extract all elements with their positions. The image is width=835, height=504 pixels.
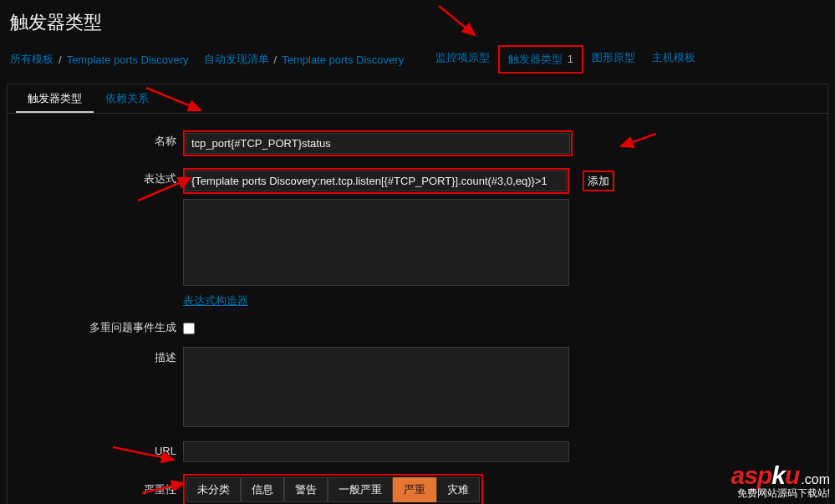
subtab-dependency[interactable]: 依赖关系 <box>94 84 160 113</box>
name-label: 名称 <box>8 130 183 149</box>
breadcrumb-template-2[interactable]: Template ports Discovery <box>282 53 404 66</box>
severity-average[interactable]: 一般严重 <box>328 477 393 502</box>
multi-problem-label: 多重问题事件生成 <box>8 320 183 335</box>
severity-group: 未分类 信息 警告 一般严重 严重 灾难 <box>183 474 483 504</box>
watermark-asp: asp <box>731 461 772 489</box>
description-label: 描述 <box>8 347 183 365</box>
breadcrumb-all-templates[interactable]: 所有模板 <box>10 52 53 67</box>
tab-graph-prototype[interactable]: 图形原型 <box>583 45 644 74</box>
watermark-u: u <box>785 461 799 489</box>
description-textarea[interactable] <box>183 347 569 427</box>
name-input[interactable] <box>186 133 570 154</box>
tab-trigger-prototype[interactable]: 触发器类型 1 <box>498 45 583 74</box>
expression-label: 表达式 <box>8 168 183 186</box>
tab-monitor-prototype[interactable]: 监控项原型 <box>427 45 498 74</box>
watermark-sub: 免费网站源码下载站! <box>731 486 830 501</box>
breadcrumb-autodiscovery-list[interactable]: 自动发现清单 <box>204 52 269 67</box>
severity-label: 严重性 <box>8 482 183 497</box>
severity-info[interactable]: 信息 <box>241 477 284 502</box>
expression-builder-link[interactable]: 表达式构造器 <box>183 293 248 308</box>
breadcrumb-template-1[interactable]: Template ports Discovery <box>67 53 189 66</box>
tab-nav: 监控项原型 触发器类型 1 图形原型 主机模板 <box>427 45 704 74</box>
tab-trigger-prototype-count: 1 <box>568 53 573 65</box>
breadcrumb-sep: / <box>274 53 277 66</box>
watermark-domain: .com <box>801 472 830 486</box>
url-input[interactable] <box>183 441 569 462</box>
page-title: 触发器类型 <box>0 0 835 42</box>
form: 名称 表达式 添加 表达式构造器 多重问题事件生成 <box>8 114 827 504</box>
multi-problem-checkbox[interactable] <box>183 323 195 334</box>
watermark: aspku.com 免费网站源码下载站! <box>731 461 830 501</box>
add-link[interactable]: 添加 <box>583 171 614 191</box>
breadcrumb-sep: / <box>59 53 62 66</box>
expression-textarea[interactable] <box>183 199 569 286</box>
expression-input[interactable] <box>186 171 567 191</box>
severity-warning[interactable]: 警告 <box>284 477 328 502</box>
severity-unclassified[interactable]: 未分类 <box>186 477 241 502</box>
tab-trigger-prototype-label: 触发器类型 <box>508 53 563 65</box>
url-label: URL <box>8 441 183 457</box>
breadcrumb: 所有模板 / Template ports Discovery 自动发现清单 /… <box>0 42 835 84</box>
main-panel: 触发器类型 依赖关系 名称 表达式 添加 表达式构造器 多重问题事件 <box>7 84 828 504</box>
severity-disaster[interactable]: 灾难 <box>436 477 480 502</box>
watermark-k: k <box>771 461 785 489</box>
subtab-trigger-type[interactable]: 触发器类型 <box>16 84 94 113</box>
severity-high[interactable]: 严重 <box>393 477 436 502</box>
subtabs: 触发器类型 依赖关系 <box>8 84 827 114</box>
tab-host-template[interactable]: 主机模板 <box>644 45 704 74</box>
